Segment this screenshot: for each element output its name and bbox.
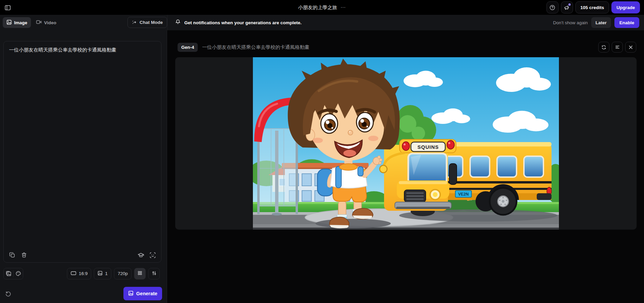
image-icon bbox=[6, 20, 12, 26]
chat-mode-label: Chat Mode bbox=[140, 20, 163, 25]
image-count-icon bbox=[98, 271, 103, 277]
bus-sign-text: SQUINS bbox=[417, 144, 439, 150]
generate-label: Generate bbox=[136, 291, 157, 296]
generate-row: Generate bbox=[0, 286, 167, 301]
sparkle-icon bbox=[132, 20, 137, 26]
chat-mode-button[interactable]: Chat Mode bbox=[127, 17, 167, 28]
notification-actions: Don't show again Later Enable bbox=[553, 17, 639, 28]
grid-dots-icon bbox=[137, 270, 143, 277]
face-scan-icon[interactable] bbox=[149, 252, 156, 258]
video-icon bbox=[36, 19, 42, 26]
advanced-settings-button[interactable] bbox=[148, 268, 160, 279]
notification-dot bbox=[568, 3, 571, 6]
resolution-button[interactable]: 720p bbox=[114, 268, 131, 279]
tab-video[interactable]: Video bbox=[32, 17, 60, 28]
close-icon[interactable] bbox=[625, 42, 636, 53]
aspect-ratio-button[interactable]: 16:9 bbox=[67, 268, 91, 279]
tab-image-label: Image bbox=[14, 20, 27, 25]
dont-show-again-button[interactable]: Don't show again bbox=[553, 20, 588, 25]
sidebar-toggle-icon[interactable] bbox=[4, 4, 11, 11]
composer-panel: 一位小朋友在晴天搭乘公車去學校的卡通風格動畫 bbox=[0, 30, 167, 303]
bell-icon bbox=[175, 19, 181, 26]
mode-tabs: Image Video bbox=[3, 17, 60, 28]
generate-button[interactable]: Generate bbox=[123, 287, 162, 300]
generation-panel: SQUINS bbox=[175, 57, 637, 230]
model-badge: Gen-4 bbox=[178, 43, 198, 52]
mode-bar: Image Video Chat Mode bbox=[0, 15, 644, 30]
announcements-megaphone-button[interactable] bbox=[561, 1, 573, 13]
credits-button[interactable]: 105 credits bbox=[575, 1, 609, 13]
tab-image[interactable]: Image bbox=[3, 17, 31, 28]
settings-row: 16:9 1 720p bbox=[3, 268, 164, 279]
image-count-button[interactable]: 1 bbox=[94, 268, 111, 279]
workspace: Gen-4 一位小朋友在晴天搭乘公車去學校的卡通風格動畫 bbox=[167, 30, 644, 303]
title-menu-button[interactable]: ⋯ bbox=[341, 4, 346, 10]
model-grid-button[interactable] bbox=[134, 268, 146, 279]
reference-pill bbox=[3, 268, 23, 279]
image-count-value: 1 bbox=[105, 271, 108, 276]
runway-app: 小朋友的上學之旅 ⋯ 105 credits Upgrade bbox=[0, 0, 644, 303]
later-button[interactable]: Later bbox=[591, 17, 611, 28]
generation-actions bbox=[598, 42, 636, 53]
topbar-actions: 105 credits Upgrade bbox=[546, 1, 640, 13]
top-bar: 小朋友的上學之旅 ⋯ 105 credits Upgrade bbox=[0, 0, 644, 15]
graduation-cap-icon[interactable] bbox=[138, 252, 144, 258]
aspect-ratio-icon bbox=[71, 271, 76, 276]
copy-icon[interactable] bbox=[9, 252, 15, 258]
generation-settings: 16:9 1 720p bbox=[67, 268, 164, 279]
delete-icon[interactable] bbox=[21, 252, 27, 258]
style-palette-icon[interactable] bbox=[13, 268, 23, 279]
reference-images-icon[interactable] bbox=[4, 268, 13, 279]
generated-image[interactable]: SQUINS bbox=[253, 57, 559, 230]
reset-session-icon[interactable] bbox=[4, 290, 12, 297]
resolution-value: 720p bbox=[118, 271, 128, 276]
help-button[interactable] bbox=[546, 1, 559, 13]
prompt-card-actions-right bbox=[138, 252, 156, 258]
notification-text: Get notifications when your generations … bbox=[184, 20, 302, 25]
divider bbox=[167, 15, 167, 30]
upgrade-button[interactable]: Upgrade bbox=[611, 1, 640, 13]
prompt-input[interactable]: 一位小朋友在晴天搭乘公車去學校的卡通風格動畫 bbox=[4, 41, 161, 59]
sliders-icon bbox=[152, 271, 157, 277]
notification-banner: Get notifications when your generations … bbox=[175, 15, 302, 30]
bus-license-plate: VE2N bbox=[458, 192, 468, 197]
prompt-card[interactable]: 一位小朋友在晴天搭乘公車去學校的卡通風格動畫 bbox=[3, 41, 161, 263]
aspect-ratio-value: 16:9 bbox=[79, 271, 87, 276]
enable-button[interactable]: Enable bbox=[614, 17, 639, 28]
prompt-card-actions-left bbox=[9, 252, 27, 258]
rerun-icon[interactable] bbox=[598, 42, 609, 53]
generation-prompt-text: 一位小朋友在晴天搭乘公車去學校的卡通風格動畫 bbox=[202, 44, 309, 50]
generate-image-icon bbox=[128, 291, 134, 297]
details-lines-icon[interactable] bbox=[612, 42, 623, 53]
page-title: 小朋友的上學之旅 bbox=[298, 4, 337, 11]
generation-header: Gen-4 一位小朋友在晴天搭乘公車去學校的卡通風格動畫 bbox=[178, 42, 636, 52]
tab-video-label: Video bbox=[44, 20, 56, 25]
